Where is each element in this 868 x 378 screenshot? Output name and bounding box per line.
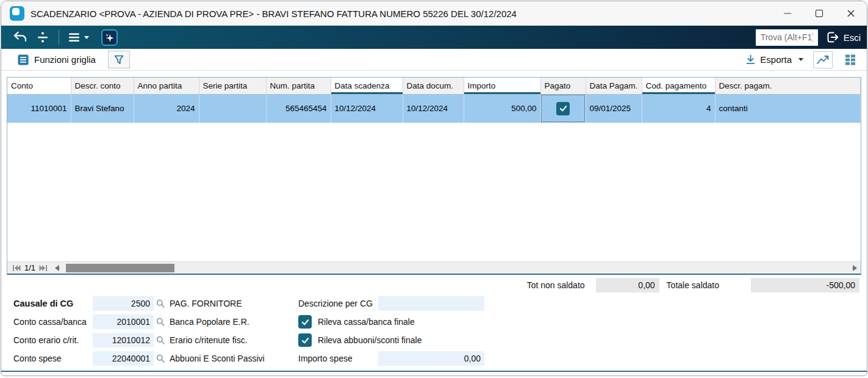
window-title: SCADENZARIO <PROVA - AZIENDA DI PROVA PR… <box>30 9 517 19</box>
cell-serie-partita[interactable] <box>199 94 266 123</box>
conto-erario-code-field[interactable]: 12010012 <box>93 333 154 347</box>
export-button[interactable]: Esporta <box>745 54 803 65</box>
menu-button[interactable] <box>64 27 93 47</box>
form-row-conto-erario: Conto erario c/rit. 12010012 Erario c/ri… <box>13 331 867 349</box>
chart-button[interactable] <box>813 51 833 68</box>
footer-panel: Tot non saldato 0,00 Totale saldato -500… <box>1 275 867 372</box>
ai-assistant-button[interactable] <box>98 27 121 47</box>
cell-conto[interactable]: 11010001 <box>7 94 71 123</box>
export-label: Esporta <box>760 54 792 65</box>
cell-data-docum[interactable]: 10/12/2024 <box>403 94 464 123</box>
cell-cod-pagamento[interactable]: 4 <box>642 94 715 123</box>
causale-descr: PAG. FORNITORE <box>167 299 298 308</box>
maximize-button[interactable] <box>803 1 835 26</box>
column-header-serie-partita[interactable]: Serie partita <box>199 78 266 94</box>
app-window: SCADENZARIO <PROVA - AZIENDA DI PROVA PR… <box>1 1 867 376</box>
rileva-cassa-checkbox[interactable] <box>298 315 312 329</box>
tot-non-saldato-value: 0,00 <box>596 278 659 293</box>
cell-importo[interactable]: 500,00 <box>464 94 540 123</box>
cell-descr-conto[interactable]: Bravi Stefano <box>71 94 134 123</box>
tot-non-saldato-label: Tot non saldato <box>527 280 585 290</box>
main-toolbar: Esci <box>1 26 867 49</box>
last-page-icon[interactable] <box>39 264 48 272</box>
check-icon <box>301 318 310 327</box>
column-header-conto[interactable]: Conto <box>7 78 71 94</box>
conto-cassa-search-icon[interactable] <box>154 317 167 327</box>
exit-label: Esci <box>844 32 861 43</box>
descrizione-cg-field[interactable] <box>378 296 484 311</box>
column-header-data-pagam[interactable]: Data Pagam. <box>586 78 642 94</box>
grid-header-row: Conto Descr. conto Anno partita Serie pa… <box>7 78 861 94</box>
title-bar: SCADENZARIO <PROVA - AZIENDA DI PROVA PR… <box>1 1 867 26</box>
maximize-icon <box>816 10 823 17</box>
toolbar-separator <box>59 30 59 45</box>
causale-code-field[interactable]: 2500 <box>93 296 154 311</box>
filter-button[interactable] <box>108 51 130 68</box>
column-header-cod-pagamento[interactable]: Cod. pagamento <box>642 78 715 94</box>
importo-spese-field[interactable]: 0,00 <box>378 351 484 366</box>
export-download-icon <box>745 54 756 65</box>
conto-erario-label: Conto erario c/rit. <box>13 335 93 345</box>
column-header-descr-conto[interactable]: Descr. conto <box>71 78 134 94</box>
cell-descr-pagam[interactable]: contanti <box>715 94 861 123</box>
layout-grid-button[interactable] <box>842 52 858 68</box>
page-indicator: 1/1 <box>24 263 35 272</box>
line-chart-icon <box>816 54 830 66</box>
close-icon <box>846 9 856 18</box>
conto-cassa-label: Conto cassa/banca <box>13 317 93 327</box>
grid-toolbar: Funzioni griglia Esporta <box>1 49 867 71</box>
cell-num-partita[interactable]: 565465454 <box>266 94 331 123</box>
conto-spese-code-field[interactable]: 22040001 <box>93 351 154 366</box>
cell-anno-partita[interactable]: 2024 <box>134 94 199 123</box>
totals-row: Tot non saldato 0,00 Totale saldato -500… <box>1 276 867 294</box>
conto-spese-search-icon[interactable] <box>154 354 167 363</box>
column-header-data-scadenza[interactable]: Data scadenza <box>331 78 403 94</box>
ai-sparkle-icon <box>101 29 118 46</box>
grid-bottom-bar: 1/1 <box>7 261 861 274</box>
conto-cassa-descr: Banca Popolare E.R. <box>167 317 298 327</box>
cell-data-pagam[interactable]: 09/01/2025 <box>586 94 642 123</box>
grid-functions-button[interactable]: Funzioni griglia <box>13 52 99 68</box>
column-header-num-partita[interactable]: Num. partita <box>266 78 331 94</box>
horizontal-scrollbar-thumb[interactable] <box>66 264 174 272</box>
export-caret-icon <box>798 58 803 61</box>
rileva-abbuoni-label: Rileva abbuoni/sconti finale <box>312 335 421 345</box>
scroll-right-arrow[interactable] <box>853 265 857 271</box>
divide-button[interactable] <box>32 27 54 47</box>
payment-form: Causale di CG 2500 PAG. FORNITORE Descri… <box>1 294 867 368</box>
totale-saldato-label: Totale saldato <box>667 280 719 290</box>
pagato-checkbox[interactable] <box>556 102 570 115</box>
column-header-descr-pagam[interactable]: Descr. pagam. <box>715 78 861 94</box>
causale-search-icon[interactable] <box>154 299 167 308</box>
conto-cassa-code-field[interactable]: 2010001 <box>93 314 154 329</box>
conto-spese-label: Conto spese <box>13 354 93 363</box>
conto-erario-search-icon[interactable] <box>154 335 167 345</box>
close-button[interactable] <box>835 1 867 26</box>
minimize-button[interactable] <box>772 1 803 26</box>
form-row-conto-spese: Conto spese 22040001 Abbuoni E Sconti Pa… <box>13 349 867 368</box>
column-header-anno-partita[interactable]: Anno partita <box>134 78 199 94</box>
scroll-left-arrow[interactable] <box>55 265 59 271</box>
minimize-icon <box>784 13 791 14</box>
causale-label: Causale di CG <box>13 299 93 308</box>
undo-button[interactable] <box>9 27 32 47</box>
filter-funnel-icon <box>113 54 125 66</box>
first-page-icon[interactable] <box>12 264 21 272</box>
importo-spese-label: Importo spese <box>298 354 378 363</box>
form-row-conto-cassa: Conto cassa/banca 2010001 Banca Popolare… <box>13 313 867 331</box>
exit-button[interactable]: Esci <box>825 30 861 45</box>
undo-icon <box>12 30 28 45</box>
column-header-pagato[interactable]: Pagato <box>540 78 586 94</box>
find-input[interactable] <box>756 29 818 46</box>
column-header-importo[interactable]: Importo <box>464 78 540 94</box>
cell-data-scadenza[interactable]: 10/12/2024 <box>331 94 403 123</box>
app-logo-icon <box>10 6 24 21</box>
grid-empty-area <box>7 123 861 261</box>
grid-functions-label: Funzioni griglia <box>34 54 96 65</box>
rileva-abbuoni-checkbox[interactable] <box>298 333 312 347</box>
column-header-data-docum[interactable]: Data docum. <box>403 78 464 94</box>
table-row[interactable]: 11010001 Bravi Stefano 2024 565465454 10… <box>7 94 861 123</box>
grid-table: Conto Descr. conto Anno partita Serie pa… <box>7 78 861 123</box>
rileva-cassa-label: Rileva cassa/banca finale <box>312 317 415 327</box>
form-row-causale: Causale di CG 2500 PAG. FORNITORE Descri… <box>13 294 867 313</box>
